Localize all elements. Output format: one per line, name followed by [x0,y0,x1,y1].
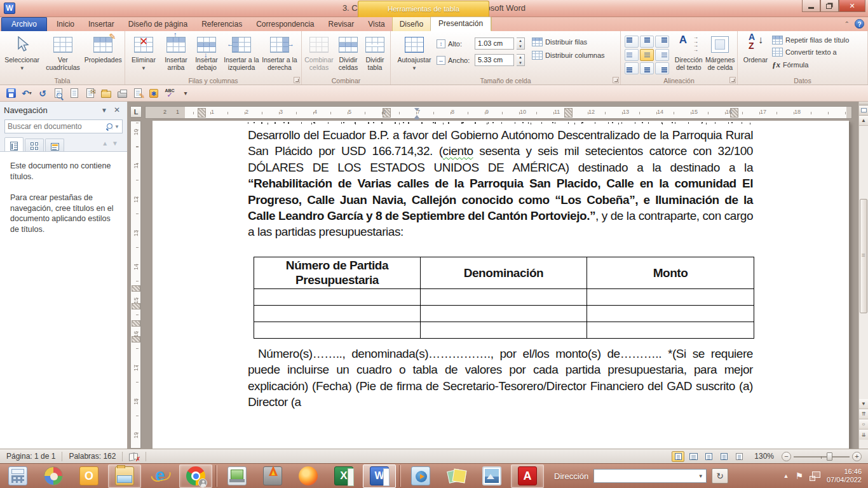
undo-icon[interactable]: ↶▾ [21,88,32,99]
align-bottom-right-button[interactable] [655,62,669,74]
dividir-tabla-button[interactable]: Dividir tabla [362,33,388,76]
h-ruler[interactable]: 2 1 123456789101112131415161718 [145,106,852,119]
ancho-input[interactable]: 5.33 cm [475,54,514,66]
tab-referencias[interactable]: Referencias [194,18,249,31]
table-row[interactable] [254,322,754,338]
print-preview-icon[interactable] [53,88,64,99]
customize-qat-icon[interactable]: ▾ [180,88,191,99]
tab-diseno-tabla[interactable]: Diseño [393,18,430,31]
dialog-launcher-filas[interactable] [294,77,300,83]
zoom-in-button[interactable]: + [852,452,862,461]
distribuir-columnas-button[interactable]: Distribuir columnas [532,51,616,60]
distribuir-filas-button[interactable]: Distribuir filas [532,37,616,46]
tab-archivo[interactable]: Archivo [1,17,47,31]
search-input[interactable] [8,122,106,131]
spelling-status-icon[interactable] [129,452,139,461]
fullscreen-reading-view-button[interactable] [687,451,700,462]
table-header-cell[interactable]: Denominación [421,257,587,288]
align-top-left-button[interactable] [625,36,639,48]
document-paragraph-2[interactable]: Número(s)…….., denominada(s)……………., por … [248,346,753,410]
taskbar-firefox[interactable] [292,464,325,488]
align-center-right-button[interactable] [655,49,669,61]
new-document-icon[interactable] [69,88,80,99]
tab-selector-button[interactable]: L [130,106,142,118]
taskbar-outlook[interactable]: O [72,464,105,488]
select-browse-object-button[interactable]: ○ [859,419,868,430]
tab-presentacion[interactable]: Presentación [430,17,491,31]
outline-view-button[interactable] [717,451,730,462]
table-cell-empty[interactable] [254,322,421,338]
taskbar-word[interactable]: W [363,464,396,488]
table-header-cell[interactable]: Monto [587,257,754,288]
taskbar-calculator[interactable] [1,464,34,488]
network-tray-icon[interactable] [810,471,820,481]
show-hidden-icons-chevron[interactable]: ▲ [783,473,789,479]
taskbar-media-player[interactable] [404,464,437,488]
zoom-level[interactable]: 130% [754,452,774,461]
document-page[interactable]: Desarrollo del Ecuador B.P. a favor del … [153,121,849,449]
web-layout-view-button[interactable] [702,451,715,462]
budget-table[interactable]: Número de Partida Presupuestaria Denomin… [254,257,754,339]
table-cell-empty[interactable] [587,288,754,305]
quick-print-icon[interactable] [116,88,128,99]
word-count[interactable]: Palabras: 162 [62,452,122,461]
formula-button[interactable]: ƒx Fórmula [772,60,849,70]
close-button[interactable]: ✕ [839,0,865,12]
tab-correspondencia[interactable]: Correspondencia [249,18,321,31]
insertar-debajo-button[interactable]: ↓ Insertar debajo [191,33,222,76]
alto-stepper[interactable]: ▲▼ [517,37,525,50]
insertar-izquierda-button[interactable]: ← Insertar a la izquierda [222,33,261,76]
zoom-slider[interactable] [794,452,850,461]
address-combobox[interactable]: ▼ [593,469,707,483]
redo-icon[interactable]: ↺ [37,88,48,99]
taskbar-paint[interactable] [37,464,70,488]
help-icon[interactable]: ? [855,19,864,29]
pane-close-icon[interactable]: ✕ [111,105,123,114]
address-dropdown-caret-icon[interactable]: ▼ [695,470,706,482]
table-cell-empty[interactable] [587,305,754,322]
pane-options-caret-icon[interactable]: ▼ [98,107,111,114]
align-bottom-center-button[interactable] [640,62,654,74]
scroll-up-arrow[interactable]: ▲ [859,116,868,126]
table-cell-empty[interactable] [421,322,587,338]
dialog-launcher-tamano[interactable] [613,77,619,83]
clock[interactable]: 16:46 07/04/2022 [827,468,862,485]
table-row-marker[interactable] [132,303,140,309]
next-page-button[interactable]: ⇊ [859,430,868,440]
zoom-out-button[interactable]: − [782,452,791,461]
tab-vista[interactable]: Vista [361,18,391,31]
tab-revisar[interactable]: Revisar [322,18,362,31]
shortcut-icon[interactable]: ✱ [148,88,159,99]
taskbar-windows-explorer[interactable] [108,464,141,488]
taskbar-chrome[interactable] [179,464,212,488]
document-paragraph-1[interactable]: Desarrollo del Ecuador B.P. a favor del … [248,127,753,240]
seleccionar-button[interactable]: Seleccionar ▼ [1,33,43,76]
table-cell-empty[interactable] [254,288,421,305]
previous-page-button[interactable]: ⇈ [859,409,868,419]
open-folder-icon[interactable] [100,88,112,99]
ordenar-button[interactable]: AZ↓ Ordenar [739,33,772,76]
ancho-stepper[interactable]: ▲▼ [517,54,525,66]
table-row-marker[interactable] [132,285,140,292]
align-top-right-button[interactable] [655,36,669,48]
table-cell-empty[interactable] [587,322,754,338]
align-center-left-button[interactable] [625,49,639,61]
table-row[interactable] [254,305,754,322]
taskbar-sticky-notes[interactable] [440,464,473,488]
taskbar-camscanner[interactable] [220,464,254,488]
align-top-center-button[interactable] [640,36,654,48]
taskbar-nero[interactable] [256,464,289,488]
scrollbar-track[interactable] [859,126,868,399]
spelling-grammar-icon[interactable]: ABC✓ [164,88,175,99]
ver-cuadriculas-button[interactable]: Ver cuadrículas [43,33,83,76]
minimize-button[interactable] [802,0,820,12]
propiedades-button[interactable]: ✎ Propiedades [83,33,123,76]
table-column-marker[interactable] [564,108,573,118]
repetir-filas-titulo-button[interactable]: Repetir filas de título [772,36,849,44]
v-ruler[interactable]: 10111213141516171819 [130,121,141,449]
search-box[interactable]: ▼ [4,119,123,133]
collapse-ribbon-icon[interactable]: ⌃ [844,20,850,27]
search-icon[interactable] [106,123,109,130]
zoom-slider-thumb[interactable] [827,452,832,461]
table-column-marker[interactable] [198,108,206,118]
